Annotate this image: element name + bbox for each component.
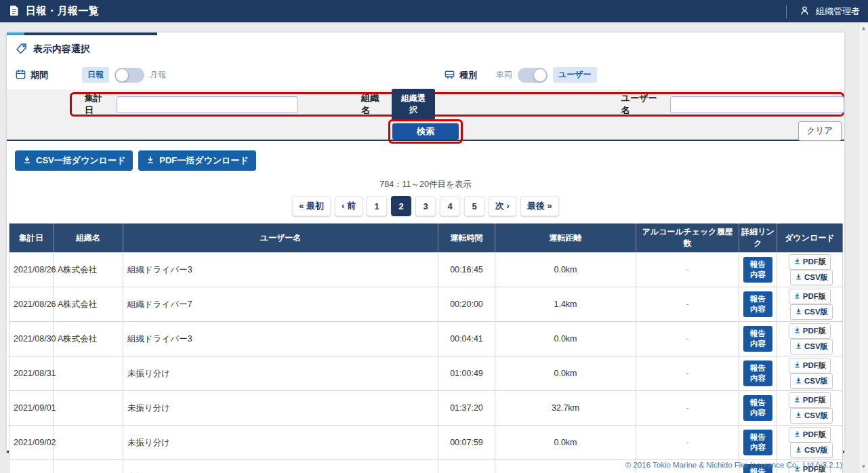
- filter-toggle-row: 期間 日報 月報 種別 車両 ユーザー: [7, 62, 844, 89]
- category-option-user: ユーザー: [553, 67, 597, 83]
- cell-alcohol-check-count: -: [636, 287, 739, 322]
- download-icon: [793, 258, 801, 266]
- download-icon: [795, 308, 802, 316]
- cell-user-name: 組織ドライバー7: [123, 287, 438, 322]
- pdf-bulk-download-button[interactable]: PDF一括ダウンロード: [138, 150, 256, 171]
- pagination-prev-button[interactable]: ‹ 前: [335, 196, 363, 216]
- pagination-page-button[interactable]: 1: [367, 196, 387, 216]
- csv-download-button[interactable]: CSV版: [790, 304, 833, 320]
- pdf-download-button[interactable]: PDF版: [789, 392, 831, 408]
- cell-alcohol-check-count: -: [636, 391, 739, 426]
- cell-driving-distance: 0.0km: [495, 356, 636, 391]
- cell-download: PDF版CSV版: [777, 391, 843, 426]
- cell-aggregation-date: 2021/08/26: [9, 253, 54, 287]
- period-label: 期間: [30, 69, 48, 81]
- logged-in-user[interactable]: 組織管理者: [816, 5, 860, 18]
- search-button[interactable]: 検索: [392, 123, 459, 140]
- pagination-page-button[interactable]: 5: [464, 196, 484, 216]
- cell-detail-link: 報告内容: [739, 391, 777, 426]
- scroll-down-arrow[interactable]: ▼: [859, 462, 868, 472]
- pdf-download-button[interactable]: PDF版: [789, 358, 831, 373]
- pdf-download-button[interactable]: PDF版: [789, 323, 831, 339]
- bulk-download-toolbar: CSV一括ダウンロード PDF一括ダウンロード: [7, 141, 844, 173]
- cell-aggregation-date: 2021/09/01: [9, 391, 54, 426]
- cell-alcohol-check-count: -: [636, 356, 739, 391]
- report-content-button[interactable]: 報告内容: [743, 291, 772, 317]
- report-content-button[interactable]: 報告内容: [743, 257, 772, 283]
- pagination-page-button[interactable]: 4: [440, 196, 460, 216]
- csv-download-button[interactable]: CSV版: [790, 443, 833, 458]
- pagination-last-button[interactable]: 最後 »: [520, 196, 559, 216]
- cell-aggregation-date: 2021/08/30: [9, 322, 54, 356]
- vertical-scrollbar[interactable]: ▲ ▼: [859, 22, 868, 473]
- category-option-vehicle: 車両: [496, 69, 512, 81]
- calendar-icon: [15, 68, 26, 82]
- cell-user-name: 未振り分け: [123, 460, 438, 473]
- user-icon: [799, 5, 810, 18]
- download-icon: [795, 377, 802, 386]
- report-table: 集計日組織名ユーザー名運転時間運転距離アルコールチェック履歴数詳細リンクダウンロ…: [9, 223, 843, 473]
- pagination-first-button[interactable]: « 最初: [292, 196, 331, 216]
- page-title: 日報・月報一覧: [26, 5, 100, 18]
- navbar-divider: [786, 5, 787, 18]
- clear-button[interactable]: クリア: [798, 121, 842, 141]
- tag-icon: [15, 42, 28, 57]
- pdf-download-button[interactable]: PDF版: [789, 254, 831, 270]
- pagination-page-button[interactable]: 3: [415, 196, 436, 216]
- column-header: 組織名: [54, 224, 123, 253]
- pdf-download-button[interactable]: PDF版: [789, 427, 831, 443]
- pagination-page-button[interactable]: 2: [391, 196, 411, 216]
- csv-bulk-download-button[interactable]: CSV一括ダウンロード: [15, 150, 133, 171]
- scroll-up-arrow[interactable]: ▲: [859, 24, 868, 33]
- table-row: 2021/09/01未振り分け01:37:2032.7km-報告内容PDF版CS…: [9, 391, 843, 426]
- period-option-daily: 日報: [82, 67, 109, 83]
- vehicle-icon: [444, 68, 455, 82]
- cell-download: PDF版CSV版: [777, 322, 843, 356]
- annotation-search-highlight: 検索: [388, 119, 463, 144]
- table-row: 2021/08/26A株式会社組織ドライバー300:16:450.0km-報告内…: [9, 253, 843, 287]
- cell-download: PDF版CSV版: [777, 253, 843, 287]
- search-filter-panel: 集計日 組織名 組織選択 ユーザー名 検索 クリア: [7, 89, 844, 141]
- category-toggle-switch[interactable]: [518, 68, 547, 83]
- cell-organization-name: [54, 460, 123, 473]
- cell-driving-distance: 32.7km: [495, 391, 636, 426]
- pagination: « 最初‹ 前12345次 ›最後 »: [7, 196, 844, 216]
- cell-user-name: 未振り分け: [123, 391, 438, 426]
- csv-download-button[interactable]: CSV版: [790, 339, 833, 354]
- user-name-label: ユーザー名: [621, 92, 663, 117]
- cell-detail-link: 報告内容: [739, 426, 777, 460]
- column-header: ダウンロード: [777, 224, 843, 253]
- pdf-download-button[interactable]: PDF版: [789, 289, 831, 304]
- cell-organization-name: [54, 426, 123, 460]
- cell-detail-link: 報告内容: [739, 253, 777, 287]
- csv-download-button[interactable]: CSV版: [790, 270, 833, 285]
- download-icon: [793, 327, 801, 335]
- user-name-input[interactable]: [670, 96, 844, 113]
- cell-driving-distance: 0.0km: [495, 426, 636, 460]
- aggregation-date-input[interactable]: [117, 96, 298, 113]
- download-icon: [793, 396, 801, 405]
- download-icon: [795, 411, 802, 420]
- period-toggle-switch[interactable]: [115, 68, 144, 83]
- main-panel: 表示内容選択 期間 日報 月報 種別 車両 ユーザー 集計日: [7, 33, 844, 453]
- pagination-next-button[interactable]: 次 ›: [489, 196, 516, 216]
- column-header: 集計日: [9, 224, 54, 253]
- display-content-section-header: 表示内容選択: [7, 33, 844, 62]
- report-content-button[interactable]: 報告内容: [743, 361, 772, 386]
- cell-driving-distance: 0.0km: [495, 322, 636, 356]
- download-icon: [793, 430, 801, 439]
- cell-aggregation-date: 2021/09/03: [9, 460, 54, 473]
- organization-select-button[interactable]: 組織選択: [392, 89, 435, 120]
- csv-download-button[interactable]: CSV版: [790, 373, 833, 389]
- report-content-button[interactable]: 報告内容: [743, 430, 772, 455]
- cell-driving-time: 00:16:45: [438, 253, 495, 287]
- download-icon: [793, 292, 801, 301]
- csv-download-button[interactable]: CSV版: [790, 408, 833, 424]
- report-content-button[interactable]: 報告内容: [743, 395, 772, 421]
- report-content-button[interactable]: 報告内容: [743, 326, 772, 352]
- download-icon: [795, 446, 802, 455]
- period-option-monthly: 月報: [150, 69, 166, 81]
- category-label: 種別: [459, 69, 477, 81]
- document-icon: [8, 4, 20, 18]
- top-navbar: 日報・月報一覧 組織管理者: [0, 0, 868, 22]
